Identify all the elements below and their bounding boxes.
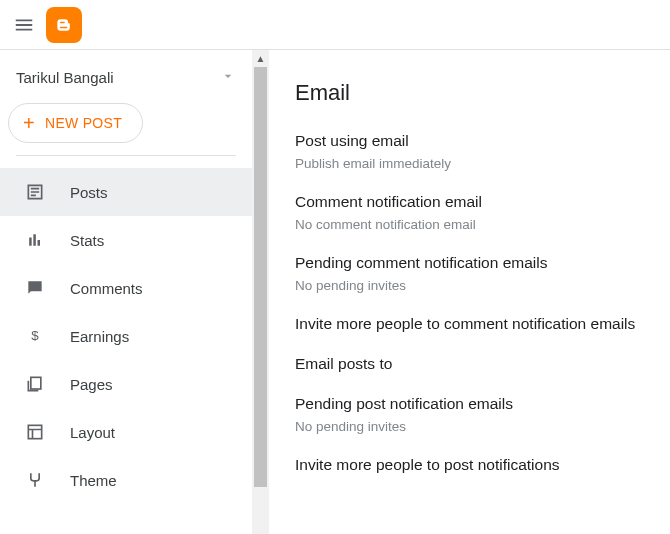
blogger-logo[interactable] [46, 7, 82, 43]
sidebar: Tarikul Bangali + NEW POST Posts [0, 50, 252, 534]
sidebar-item-label: Layout [70, 424, 115, 441]
divider [16, 155, 236, 156]
sidebar-item-comments[interactable]: Comments [0, 264, 252, 312]
top-bar [0, 0, 670, 50]
setting-comment-notification-email[interactable]: Comment notification email No comment no… [295, 193, 670, 232]
setting-subtitle: Publish email immediately [295, 156, 670, 171]
menu-icon[interactable] [12, 13, 36, 37]
sidebar-item-posts[interactable]: Posts [0, 168, 252, 216]
new-post-button[interactable]: + NEW POST [8, 103, 143, 143]
layout-icon [24, 421, 46, 443]
sidebar-item-label: Comments [70, 280, 143, 297]
sidebar-item-label: Earnings [70, 328, 129, 345]
plus-icon: + [23, 113, 35, 133]
setting-pending-comment-emails[interactable]: Pending comment notification emails No p… [295, 254, 670, 293]
setting-title: Comment notification email [295, 193, 670, 211]
setting-title: Invite more people to post notifications [295, 456, 670, 474]
new-post-label: NEW POST [45, 115, 122, 131]
sidebar-item-earnings[interactable]: $ Earnings [0, 312, 252, 360]
setting-subtitle: No pending invites [295, 278, 670, 293]
setting-email-posts-to[interactable]: Email posts to [295, 355, 670, 373]
setting-title: Email posts to [295, 355, 670, 373]
earnings-icon: $ [24, 325, 46, 347]
setting-invite-post[interactable]: Invite more people to post notifications [295, 456, 670, 474]
chevron-down-icon [220, 68, 236, 87]
sidebar-item-label: Posts [70, 184, 108, 201]
setting-title: Pending post notification emails [295, 395, 670, 413]
setting-subtitle: No comment notification email [295, 217, 670, 232]
main-content: Email Post using email Publish email imm… [269, 50, 670, 534]
sidebar-item-layout[interactable]: Layout [0, 408, 252, 456]
setting-title: Invite more people to comment notificati… [295, 315, 670, 333]
setting-title: Post using email [295, 132, 670, 150]
svg-text:$: $ [31, 328, 39, 343]
setting-post-using-email[interactable]: Post using email Publish email immediate… [295, 132, 670, 171]
posts-icon [24, 181, 46, 203]
setting-pending-post-emails[interactable]: Pending post notification emails No pend… [295, 395, 670, 434]
sidebar-item-stats[interactable]: Stats [0, 216, 252, 264]
comments-icon [24, 277, 46, 299]
section-heading: Email [295, 80, 670, 106]
svg-rect-1 [31, 377, 41, 389]
sidebar-item-label: Pages [70, 376, 113, 393]
blog-name: Tarikul Bangali [16, 69, 114, 86]
scroll-up-icon[interactable]: ▲ [252, 50, 269, 67]
setting-subtitle: No pending invites [295, 419, 670, 434]
sidebar-item-pages[interactable]: Pages [0, 360, 252, 408]
stats-icon [24, 229, 46, 251]
blog-selector[interactable]: Tarikul Bangali [0, 50, 252, 103]
theme-icon [24, 469, 46, 491]
sidebar-item-theme[interactable]: Theme [0, 456, 252, 504]
svg-rect-2 [28, 425, 41, 438]
setting-invite-comment[interactable]: Invite more people to comment notificati… [295, 315, 670, 333]
sidebar-nav: Posts Stats Comments $ Earnings [0, 168, 252, 504]
pages-icon [24, 373, 46, 395]
sidebar-item-label: Stats [70, 232, 104, 249]
scroll-thumb[interactable] [254, 67, 267, 487]
scrollbar[interactable]: ▲ [252, 50, 269, 534]
setting-title: Pending comment notification emails [295, 254, 670, 272]
sidebar-item-label: Theme [70, 472, 117, 489]
